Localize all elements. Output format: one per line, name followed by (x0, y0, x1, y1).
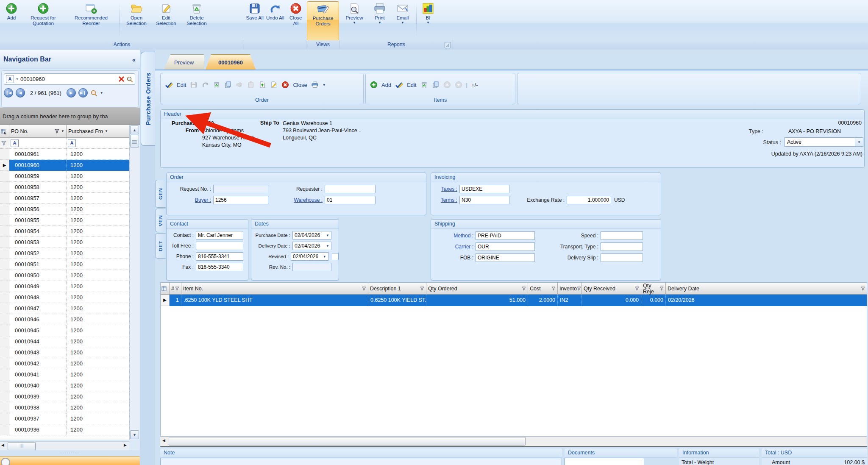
purchased-from-cell[interactable]: 1200 (67, 292, 129, 303)
scroll-thumb[interactable] (130, 135, 139, 148)
phone-field[interactable]: 816-555-3341 (196, 252, 243, 261)
taxes-link-label[interactable]: Taxes : (431, 186, 457, 192)
po-list-row[interactable]: 00010955 1200 (0, 215, 129, 226)
edit-order-button[interactable]: Edit (177, 82, 186, 88)
chevron-down-icon[interactable]: ▼ (105, 129, 108, 133)
po-list-row[interactable]: 00010949 1200 (0, 281, 129, 292)
close-order-icon[interactable] (281, 81, 289, 89)
purchased-from-cell[interactable]: 1200 (67, 369, 129, 380)
po-number-cell[interactable]: 00010959 (9, 171, 67, 182)
description-column-header[interactable]: Description 1 (368, 283, 426, 295)
purchased-from-cell[interactable]: 1200 (67, 160, 129, 171)
po-number-cell[interactable]: 00010940 (9, 380, 67, 391)
po-number-cell[interactable]: 00010943 (9, 347, 67, 358)
status-dropdown[interactable]: Active ▼ (785, 137, 863, 147)
po-list-row[interactable]: 00010940 1200 (0, 380, 129, 391)
filter-type-badge[interactable]: A (68, 139, 76, 147)
po-list-row[interactable]: 00010960 1200 (0, 160, 129, 171)
po-number-cell[interactable]: 00010937 (9, 413, 67, 424)
scroll-up-button[interactable]: ▲ (130, 125, 139, 134)
po-number-cell[interactable]: 00010950 (9, 270, 67, 281)
purchased-from-cell[interactable]: 1200 (67, 358, 129, 369)
po-number-cell[interactable]: 00010955 (9, 215, 67, 226)
po-number-filter-cell[interactable]: A (9, 138, 67, 149)
purchase-orders-view-button[interactable]: Purchase Orders (307, 1, 339, 42)
po-list-row[interactable]: 00010947 1200 (0, 303, 129, 314)
revised-date-field[interactable]: 02/04/2026▼ (291, 252, 328, 261)
po-number-cell[interactable]: 00010946 (9, 314, 67, 325)
warehouse-field[interactable]: 01 (325, 196, 376, 204)
copy-order-icon[interactable] (224, 81, 232, 89)
chevron-down-icon[interactable]: ▼ (16, 78, 19, 81)
po-list-row[interactable]: 00010951 1200 (0, 259, 129, 270)
edit-order-icon[interactable] (165, 81, 173, 89)
close-all-button[interactable]: Close All (286, 1, 306, 41)
items-grid-horizontal-scrollbar[interactable]: ◀ (160, 437, 867, 447)
po-number-cell[interactable]: 00010960 (9, 160, 67, 171)
revise-document-icon[interactable] (270, 81, 278, 89)
po-number-cell[interactable]: 00010936 (9, 424, 67, 435)
announce-icon[interactable] (236, 81, 243, 89)
po-number-cell[interactable]: 00010942 (9, 358, 67, 369)
po-number-cell[interactable]: 00010938 (9, 402, 67, 413)
chevron-down-icon[interactable]: ▼ (323, 255, 326, 259)
purchased-from-cell[interactable]: 1200 (67, 314, 129, 325)
purchased-from-cell[interactable]: 1200 (67, 149, 129, 160)
filter-funnel-icon[interactable] (522, 287, 526, 291)
tab-det[interactable]: DET (155, 233, 166, 259)
po-list-row[interactable]: 00010937 1200 (0, 413, 129, 424)
purchase-date-field[interactable]: 02/04/2026▼ (292, 231, 331, 239)
po-list-row[interactable]: 00010938 1200 (0, 402, 129, 413)
receive-document-icon[interactable] (259, 81, 266, 89)
search-box[interactable]: A ▼ 00010960 (4, 73, 135, 85)
warehouse-link-label[interactable]: Warehouse : (268, 197, 323, 203)
purchased-from-cell[interactable]: 1200 (67, 402, 129, 413)
po-number-cell[interactable]: 00010945 (9, 325, 67, 336)
undo-order-icon[interactable] (201, 81, 209, 89)
po-list-row[interactable]: 00010936 1200 (0, 424, 129, 435)
preview-button[interactable]: Preview ▼ (340, 1, 369, 41)
chevron-down-icon[interactable]: ▼ (326, 234, 329, 237)
filter-type-badge[interactable]: A (11, 139, 19, 147)
item-row-selected[interactable]: ▶ 1 .6250 100K YLD STEEL SHT 0.6250 100K… (161, 295, 867, 306)
po-list-row[interactable]: 00010959 1200 (0, 171, 129, 182)
chevron-down-icon[interactable]: ▼ (401, 21, 404, 25)
terms-field[interactable]: N30 (459, 196, 509, 204)
qty-rejected-cell[interactable]: 0.000 (641, 295, 666, 306)
next-record-button[interactable]: ▶ (67, 88, 76, 97)
qty-rejected-column-header[interactable]: Qty Reje (641, 283, 666, 295)
scroll-left-button[interactable]: ◀ (162, 438, 165, 443)
delete-item-icon[interactable] (420, 81, 428, 89)
num-cell[interactable]: 1 (170, 295, 181, 306)
po-list-vertical-scrollbar[interactable]: ▲ ▼ (129, 125, 140, 440)
method-field[interactable]: PRE-PAID (476, 231, 535, 240)
transport-type-field[interactable] (601, 242, 643, 251)
qty-ordered-cell[interactable]: 51.000 (426, 295, 528, 306)
filter-funnel-icon[interactable] (55, 129, 59, 134)
filter-funnel-icon[interactable] (861, 287, 865, 291)
po-number-cell[interactable]: 00010961 (9, 149, 67, 160)
chevron-down-icon[interactable]: ▼ (855, 138, 863, 146)
po-list-row[interactable]: 00010946 1200 (0, 314, 129, 325)
last-record-button[interactable]: ▶❙ (78, 88, 88, 97)
inventory-cell[interactable]: IN2 (558, 295, 582, 306)
po-list-row[interactable]: 00010954 1200 (0, 226, 129, 237)
po-number-cell[interactable]: 00010958 (9, 182, 67, 193)
cost-column-header[interactable]: Cost (528, 283, 558, 295)
po-number-cell[interactable]: 00010947 (9, 303, 67, 314)
po-number-cell[interactable]: 00010939 (9, 391, 67, 402)
search-icon[interactable] (126, 76, 133, 83)
po-list-row[interactable]: 00010943 1200 (0, 347, 129, 358)
description-cell[interactable]: 0.6250 100K YIELD ST... (368, 295, 426, 306)
clear-search-icon[interactable] (118, 76, 125, 82)
delete-order-icon[interactable] (213, 81, 220, 89)
rev-no-field[interactable] (292, 263, 331, 271)
delivery-date-field[interactable]: 02/04/2026▼ (292, 242, 331, 250)
nav-pane-footer-bar[interactable] (0, 456, 140, 465)
po-list-row[interactable]: 00010950 1200 (0, 270, 129, 281)
taxes-field[interactable]: USDEXE (459, 185, 509, 193)
add-button[interactable]: Add (1, 1, 22, 41)
scroll-right-button[interactable]: ▶ (124, 443, 127, 447)
po-list-row[interactable]: 00010961 1200 (0, 149, 129, 160)
purchased-from-cell[interactable]: 1200 (67, 248, 129, 259)
